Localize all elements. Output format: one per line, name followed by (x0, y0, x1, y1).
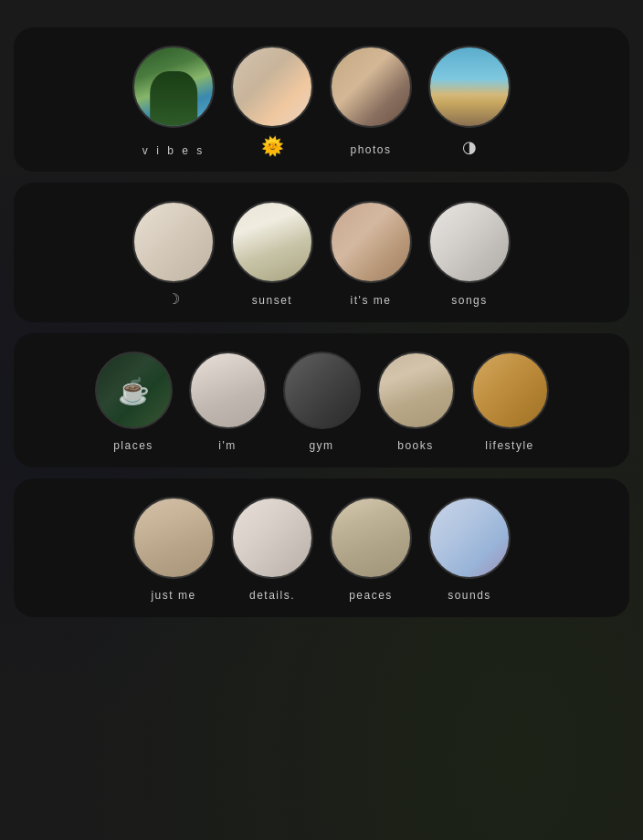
justme-label: just me (151, 589, 195, 602)
row-group-3: places i'm gym books lifestyle (14, 333, 629, 467)
highlight-hands[interactable] (231, 46, 313, 128)
row4-labels: just me details. peaces sounds (28, 586, 615, 603)
gym-circle (283, 352, 361, 429)
row3-circles (23, 352, 620, 429)
details-label: details. (249, 589, 295, 602)
highlight-im[interactable] (189, 352, 267, 429)
row3-labels: places i'm gym books lifestyle (23, 436, 620, 453)
highlight-beach[interactable] (428, 46, 511, 128)
highlight-books[interactable] (377, 352, 455, 429)
highlight-lifestyle[interactable] (471, 352, 549, 429)
row2-circles (28, 201, 615, 283)
books-label: books (397, 439, 434, 452)
highlight-sunset[interactable] (231, 201, 313, 283)
sounds-label: sounds (448, 589, 491, 602)
places-label: places (113, 439, 153, 452)
books-circle (377, 352, 455, 429)
highlight-vibes[interactable] (132, 46, 215, 128)
yinyang-icon: ◑ (462, 137, 477, 157)
places-circle (95, 352, 173, 429)
peaces-label: peaces (349, 589, 393, 602)
moon-icon: ☽ (167, 291, 180, 307)
sunset-circle (231, 201, 313, 283)
highlight-justme[interactable] (132, 497, 215, 579)
highlight-photos[interactable] (330, 46, 412, 128)
row1-circles (28, 46, 615, 128)
row2-labels: ☽ sunset it's me songs (28, 290, 615, 308)
songs-label: songs (451, 294, 488, 307)
highlight-songs[interactable] (428, 201, 511, 283)
peaces-circle (330, 497, 412, 579)
highlight-details[interactable] (231, 497, 313, 579)
highlight-sounds[interactable] (428, 497, 511, 579)
row-group-2: ☽ sunset it's me songs (14, 183, 629, 322)
highlight-itsme[interactable] (330, 201, 412, 283)
sun-emoji-icon: 🌞 (261, 135, 284, 157)
details-circle (231, 497, 313, 579)
row4-circles (28, 497, 615, 579)
highlight-peaces[interactable] (330, 497, 412, 579)
highlight-gym[interactable] (283, 352, 361, 429)
photos-circle (330, 46, 412, 128)
hands-circle (231, 46, 313, 128)
im-label: i'm (218, 439, 236, 452)
im-circle (189, 352, 267, 429)
justme-circle (132, 497, 215, 579)
photos-label: photos (350, 143, 391, 156)
row-group-1: v i b e s 🌞 photos ◑ (14, 27, 629, 172)
row-group-4: just me details. peaces sounds (14, 478, 629, 617)
highlight-moon-frame[interactable] (132, 201, 215, 283)
songs-circle (428, 201, 511, 283)
sounds-circle (428, 497, 511, 579)
vibes-label: v i b e s (142, 144, 205, 157)
lifestyle-label: lifestyle (485, 439, 534, 452)
row1-labels: v i b e s 🌞 photos ◑ (28, 135, 615, 157)
itsme-label: it's me (351, 294, 392, 307)
itsme-circle (330, 201, 412, 283)
gym-label: gym (309, 439, 333, 452)
moon-circle (132, 201, 215, 283)
vibes-circle (132, 46, 215, 128)
sunset-label: sunset (252, 294, 292, 307)
beach-circle (428, 46, 511, 128)
highlight-places[interactable] (95, 352, 173, 429)
lifestyle-circle (471, 352, 549, 429)
